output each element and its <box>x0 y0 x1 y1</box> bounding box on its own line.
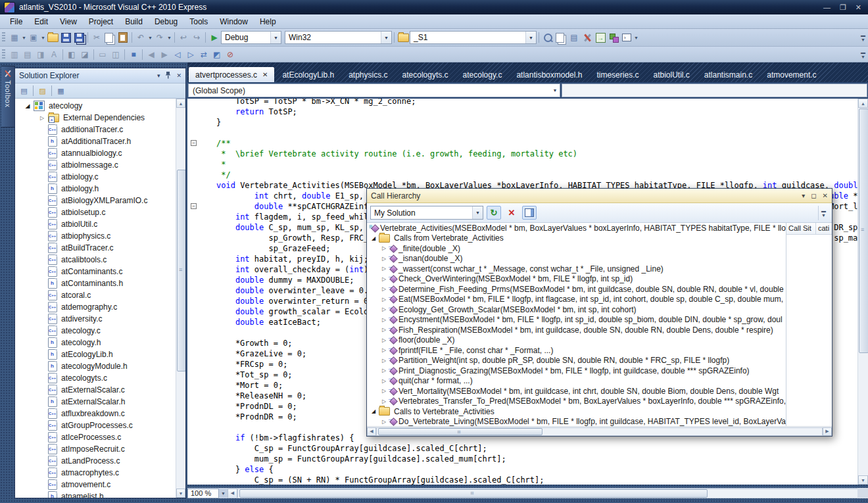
start-debugging-icon[interactable]: ▶ <box>208 32 221 44</box>
auto-hide-pin-icon[interactable] <box>165 72 171 80</box>
member-combo[interactable] <box>562 84 867 97</box>
scroll-left-icon[interactable]: ◀ <box>367 427 376 436</box>
stop-find-icon[interactable]: ⊘ <box>224 48 237 60</box>
tree-item-atbiophysics-c[interactable]: atbiophysics.c <box>15 230 176 242</box>
fold-collapse-icon[interactable]: − <box>191 140 197 146</box>
tab-atphysics-c[interactable]: atphysics.c <box>342 67 394 82</box>
tree-item-atbiolsetup-c[interactable]: atbiolsetup.c <box>15 206 176 218</box>
tree-item-atfluxbreakdown-c[interactable]: atfluxbreakdown.c <box>15 408 176 419</box>
tree-item-atexternalscalar-h[interactable]: atExternalScalar.h <box>15 396 176 408</box>
menu-edit[interactable]: Edit <box>28 16 54 28</box>
call-hierarchy-horizontal-scrollbar[interactable]: ◀ ▶ <box>367 426 832 436</box>
tree-item-atdiversity-c[interactable]: atdiversity.c <box>15 313 176 325</box>
maximize-icon[interactable]: ❐ <box>840 3 846 12</box>
tree-item-atcontaminants-c[interactable]: atContaminants.c <box>15 266 176 277</box>
properties-icon[interactable]: ▤ <box>18 85 30 97</box>
tree-item-atannualbiology-c[interactable]: atannualbiology.c <box>15 147 176 159</box>
call-tree-item-vert-mortality-mseboxmodel-bm-int-guildc[interactable]: ▷Vert_Mortality(MSEBoxModel * bm, int gu… <box>367 386 786 396</box>
chevron-down-icon[interactable]: ▼ <box>166 32 172 44</box>
call-tree-item-floor-double-x[interactable]: ▷floor(double _X) <box>367 335 786 346</box>
window-position-icon[interactable]: ▾ <box>802 192 805 199</box>
tree-item-aticeprocesses-c[interactable]: atIceProcesses.c <box>15 431 176 443</box>
tab-timeseries-c[interactable]: timeseries.c <box>590 67 645 82</box>
tab-atecologylib-h[interactable]: atEcologyLib.h <box>276 67 341 82</box>
tree-item-atbiolutil-c[interactable]: atbiolUtil.c <box>15 218 176 230</box>
close-icon[interactable]: ✕ <box>823 192 828 199</box>
scroll-thumb[interactable] <box>859 108 868 353</box>
location-column-header[interactable]: cati <box>816 223 832 234</box>
tree-item-atcontaminants-h[interactable]: atContaminants.h <box>15 277 176 289</box>
tree-item-atbiolmessage-c[interactable]: atbiolmessage.c <box>15 159 176 171</box>
tab-atlantismain-c[interactable]: atlantismain.c <box>698 67 759 82</box>
call-tree-item-calls-to-vertebrate-activities[interactable]: ◢Calls to Vertebrate_Activities <box>367 406 786 417</box>
tree-item-atbiology-h[interactable]: atbiology.h <box>15 183 176 195</box>
copy-icon[interactable] <box>103 32 116 44</box>
extension-manager-icon[interactable] <box>607 32 620 44</box>
menu-build[interactable]: Build <box>119 16 149 28</box>
menu-project[interactable]: Project <box>83 16 119 28</box>
tree-item-atecology-c[interactable]: atecology.c <box>15 325 176 337</box>
nav-back-icon[interactable]: ◀ <box>145 48 158 60</box>
tree-item-atbiologyxmlparamio-c[interactable]: atBiologyXMLParamIO.c <box>15 195 176 206</box>
view-code-icon[interactable]: ▦ <box>55 85 66 97</box>
scroll-left-icon[interactable]: ◀ <box>228 489 237 498</box>
find-symbol-icon[interactable] <box>541 32 554 44</box>
save-all-icon[interactable] <box>72 32 85 44</box>
chevron-down-icon[interactable]: ▼ <box>147 32 153 44</box>
nav-forward-icon[interactable]: ▶ <box>158 48 171 60</box>
rect-select-icon[interactable]: ■ <box>127 48 140 60</box>
menu-help[interactable]: Help <box>254 16 282 28</box>
toolbar-overflow-button[interactable]: ▬▼ <box>818 206 829 220</box>
scroll-right-icon[interactable]: ▶ <box>823 427 832 436</box>
find-in-files-icon[interactable] <box>397 32 410 44</box>
redo-icon[interactable]: ↷ <box>153 32 166 44</box>
tree-item-atlandprocess-c[interactable]: atLandProcess.c <box>15 455 176 467</box>
class-view-icon[interactable]: ◨ <box>34 48 47 60</box>
prev-bookmark-icon[interactable]: ◁ <box>171 48 184 60</box>
call-tree-item-calls-from-vertebrate-activities[interactable]: ◢Calls from Vertebrate_Activities <box>367 233 786 244</box>
call-tree-item-vertebrates-transfer-to-pred-mseboxmodel[interactable]: ▷Vertebrates_Transfer_To_Pred(MSEBoxMode… <box>367 396 786 407</box>
chevron-down-icon[interactable]: ▼ <box>633 32 639 44</box>
add-new-item-icon[interactable]: ▣ <box>27 32 40 44</box>
command-window-icon[interactable]: › <box>620 32 633 44</box>
menu-tools[interactable]: Tools <box>183 16 214 28</box>
call-sites-column-header[interactable]: Call Sit <box>786 223 816 234</box>
tree-item-atecologylib-h[interactable]: atEcologyLib.h <box>15 348 176 360</box>
refresh-button[interactable]: ↻ <box>487 206 501 220</box>
navigate-to-icon[interactable]: → <box>594 32 607 44</box>
collapse-icon[interactable]: ◢ <box>370 235 377 241</box>
scroll-up-icon[interactable]: ▲ <box>858 99 868 108</box>
save-icon[interactable] <box>59 32 72 44</box>
properties-window-icon[interactable]: ▤ <box>567 32 581 44</box>
tree-item-atgroupprocesses-c[interactable]: atGroupProcesses.c <box>15 419 176 431</box>
toolbox-tab[interactable]: Toolbox <box>1 66 15 128</box>
scroll-thumb[interactable] <box>378 428 542 435</box>
swap-anchor-icon[interactable]: ⇄ <box>197 48 210 60</box>
close-tab-icon[interactable]: ✕ <box>262 71 268 78</box>
scope-combo[interactable]: (Global Scope) ▼ <box>188 84 560 97</box>
tree-item-atbuildtracer-c[interactable]: atBuildTracer.c <box>15 242 176 254</box>
scope-filter-combo[interactable]: My Solution ▼ <box>370 206 483 220</box>
find-combo[interactable]: _S1▼ <box>410 31 537 44</box>
tree-item-atexternalscalar-c[interactable]: atExternalScalar.c <box>15 384 176 396</box>
collapse-icon[interactable]: ◢ <box>370 408 377 414</box>
tree-item-atimposerecruit-c[interactable]: atImposeRecruit.c <box>15 443 176 455</box>
chevron-down-icon[interactable]: ▼ <box>219 489 228 498</box>
close-icon[interactable]: ✕ <box>856 3 861 12</box>
call-tree-item-quit-char-format[interactable]: ▷quit(char * format, ...) <box>367 376 786 387</box>
next-bookmark-icon[interactable]: ▷ <box>184 48 197 60</box>
delete-root-button[interactable]: ✕ <box>504 206 519 220</box>
call-tree-item-wassert-const-wchar-t-message-const-wcha[interactable]: ▷_wassert(const wchar_t * _Message, cons… <box>367 264 786 274</box>
tree-item-external-dependencies[interactable]: ▷External Dependencies <box>15 112 176 124</box>
call-tree-item-encystment-mseboxmodel-bm-file-llogfp-in[interactable]: ▷Encystment(MSEBoxModel * bm, FILE * llo… <box>367 315 786 325</box>
open-file-icon[interactable] <box>46 32 59 44</box>
show-all-files-icon[interactable]: ▨ <box>37 85 48 97</box>
tab-atbiolutil-c[interactable]: atbiolUtil.c <box>646 67 696 82</box>
scroll-thumb[interactable] <box>239 489 708 498</box>
object-browser-icon[interactable]: ▥ <box>8 48 21 60</box>
call-hierarchy-titlebar[interactable]: Call Hierarchy ▾ ◻ ✕ <box>367 189 832 203</box>
close-panel-icon[interactable]: ✕ <box>176 72 181 79</box>
tree-item-atnamelist-h[interactable]: atnamelist.h <box>15 491 176 498</box>
call-tree-item-check-overwintering-mseboxmodel-bm-file-[interactable]: ▷Check_OverWintering(MSEBoxModel * bm, F… <box>367 274 786 285</box>
call-tree-item-partition-weight-int-sp-double-pr-sp-dou[interactable]: ▷Partition_Weight(int sp, double pR_SP, … <box>367 356 786 366</box>
